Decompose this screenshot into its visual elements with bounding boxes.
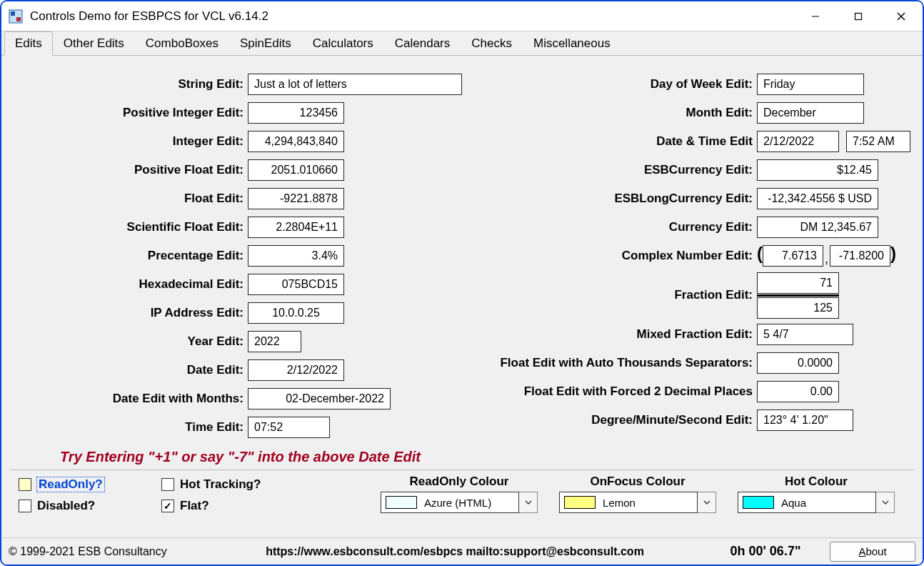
- hot-colour-value: Aqua: [781, 497, 806, 509]
- year-edit-label: Year Edit:: [10, 334, 248, 349]
- main-tabs: Edits Other Edits ComboBoxes SpinEdits C…: [1, 31, 923, 56]
- month-edit-label: Month Edit:: [462, 106, 757, 120]
- scientific-float-edit[interactable]: 2.2804E+11: [248, 217, 344, 238]
- integer-edit[interactable]: 4,294,843,840: [248, 131, 344, 152]
- fraction-denominator-edit[interactable]: 125: [757, 297, 839, 319]
- day-of-week-edit[interactable]: Friday: [757, 74, 864, 95]
- esb-currency-label: ESBCurrency Edit:: [462, 163, 757, 177]
- float-2dp-edit[interactable]: 0.00: [757, 381, 839, 402]
- checkbox-box-icon: [161, 478, 174, 491]
- tab-comboboxes[interactable]: ComboBoxes: [135, 31, 229, 56]
- close-button[interactable]: [880, 1, 923, 31]
- positive-float-edit[interactable]: 2051.010660: [248, 159, 344, 181]
- float-auto-sep-label: Float Edit with Auto Thousands Separator…: [462, 356, 757, 370]
- readonly-colour-combo[interactable]: Azure (HTML): [381, 492, 538, 513]
- elapsed-time: 0h 00' 06.7": [701, 544, 830, 559]
- readonly-colour-group: ReadOnly Colour Azure (HTML): [370, 475, 548, 513]
- hint-text: Try Entering "+1" or say "-7" into the a…: [10, 442, 914, 470]
- pos-int-edit-label: Positive Integer Edit:: [10, 106, 248, 120]
- status-bar: © 1999-2021 ESB Consultancy https://www.…: [1, 537, 923, 565]
- percentage-edit[interactable]: 3.4%: [248, 245, 344, 267]
- checkbox-box-icon: [19, 478, 31, 491]
- svg-rect-1: [11, 11, 15, 16]
- minimize-button[interactable]: [794, 1, 837, 31]
- time-edit-label: Time Edit:: [10, 420, 248, 435]
- pos-float-edit-label: Positive Float Edit:: [10, 163, 248, 177]
- options-panel: ReadOnly? Disabled? Hot Tracking? ✓ Flat…: [10, 470, 914, 515]
- paren-open-icon: (: [757, 245, 763, 267]
- tab-content: String Edit: Just a lot of letters Posit…: [1, 56, 923, 537]
- comma-icon: ,: [823, 252, 830, 267]
- float-edit[interactable]: -9221.8878: [248, 188, 344, 209]
- onfocus-swatch-icon: [564, 496, 596, 509]
- readonly-colour-header: ReadOnly Colour: [370, 475, 548, 489]
- hot-colour-header: Hot Colour: [727, 475, 905, 489]
- year-edit[interactable]: 2022: [248, 331, 301, 352]
- readonly-colour-value: Azure (HTML): [424, 497, 491, 509]
- about-button-label-tail: bout: [865, 545, 886, 557]
- date-edit[interactable]: 2/12/2022: [248, 359, 344, 381]
- string-edit[interactable]: Just a lot of letters: [248, 74, 462, 95]
- onfocus-colour-group: OnFocus Colour Lemon: [548, 475, 727, 513]
- dropdown-button[interactable]: [519, 492, 538, 513]
- esb-long-currency-edit[interactable]: -12,342.4556 $ USD: [757, 188, 878, 209]
- dropdown-button[interactable]: [876, 492, 895, 513]
- dms-edit[interactable]: 123° 4' 1.20": [757, 409, 853, 431]
- hot-colour-combo[interactable]: Aqua: [738, 492, 895, 513]
- mixed-fraction-label: Mixed Fraction Edit:: [462, 327, 757, 342]
- app-icon: [9, 9, 23, 24]
- esb-currency-edit[interactable]: $12.45: [757, 159, 878, 181]
- hot-swatch-icon: [743, 496, 774, 509]
- app-window: Controls Demo for ESBPCS for VCL v6.14.2…: [0, 0, 924, 566]
- fraction-edit-label: Fraction Edit:: [462, 288, 757, 302]
- ip-edit-label: IP Address Edit:: [10, 306, 248, 320]
- window-title: Controls Demo for ESBPCS for VCL v6.14.2: [30, 9, 268, 24]
- svg-rect-2: [16, 17, 21, 21]
- maximize-button[interactable]: [837, 1, 880, 31]
- complex-real-edit[interactable]: 7.6713: [763, 245, 823, 267]
- paren-close-icon: ): [890, 245, 896, 267]
- fraction-numerator-edit[interactable]: 71: [757, 272, 839, 294]
- tab-miscellaneous[interactable]: Miscellaneous: [523, 31, 621, 56]
- onfocus-colour-value: Lemon: [603, 497, 636, 509]
- time-edit[interactable]: 07:52: [248, 417, 330, 438]
- onfocus-colour-combo[interactable]: Lemon: [559, 492, 716, 513]
- tab-checks[interactable]: Checks: [461, 31, 523, 56]
- tab-spinedits[interactable]: SpinEdits: [229, 31, 302, 56]
- tab-calculators[interactable]: Calculators: [302, 31, 384, 56]
- tab-other-edits[interactable]: Other Edits: [53, 31, 135, 56]
- date-edit-months[interactable]: 02-December-2022: [248, 388, 391, 409]
- date-edit-label: Date Edit:: [10, 363, 248, 377]
- positive-integer-edit[interactable]: 123456: [248, 102, 344, 124]
- datetime-time-edit[interactable]: 7:52 AM: [846, 131, 910, 152]
- mixed-fraction-edit[interactable]: 5 4/7: [757, 324, 853, 345]
- fraction-divider-icon: [757, 294, 839, 297]
- month-edit[interactable]: December: [757, 102, 864, 124]
- readonly-checkbox[interactable]: ReadOnly?: [19, 477, 161, 492]
- float-autothousands-edit[interactable]: 0.0000: [757, 352, 839, 374]
- disabled-checkbox-label: Disabled?: [37, 499, 95, 513]
- hexadecimal-edit[interactable]: 075BCD15: [248, 274, 344, 295]
- flat-checkbox[interactable]: ✓ Flat?: [161, 499, 304, 513]
- readonly-checkbox-label: ReadOnly?: [37, 477, 104, 492]
- disabled-checkbox[interactable]: Disabled?: [19, 499, 161, 513]
- dropdown-button[interactable]: [698, 492, 716, 513]
- sci-float-edit-label: Scientific Float Edit:: [10, 220, 248, 234]
- window-controls: [794, 1, 923, 31]
- string-edit-label: String Edit:: [10, 77, 248, 91]
- flat-checkbox-label: Flat?: [180, 499, 209, 513]
- integer-edit-label: Integer Edit:: [10, 134, 248, 149]
- currency-edit[interactable]: DM 12,345.67: [757, 217, 878, 238]
- tab-calendars[interactable]: Calendars: [384, 31, 461, 56]
- datetime-date-edit[interactable]: 2/12/2022: [757, 131, 839, 152]
- tab-edits[interactable]: Edits: [4, 31, 53, 56]
- complex-imag-edit[interactable]: -71.8200: [830, 245, 890, 267]
- hottracking-checkbox[interactable]: Hot Tracking?: [161, 477, 304, 492]
- hot-colour-group: Hot Colour Aqua: [727, 475, 905, 513]
- about-button[interactable]: About: [830, 542, 915, 562]
- footer-links[interactable]: https://www.esbconsult.com/esbpcs mailto…: [209, 545, 701, 558]
- datetime-edit-label: Date & Time Edit: [462, 134, 757, 149]
- ip-address-edit[interactable]: 10.0.0.25: [248, 302, 344, 324]
- dow-edit-label: Day of Week Edit:: [462, 77, 757, 91]
- right-column: Day of Week Edit: Friday Month Edit: Dec…: [462, 70, 914, 442]
